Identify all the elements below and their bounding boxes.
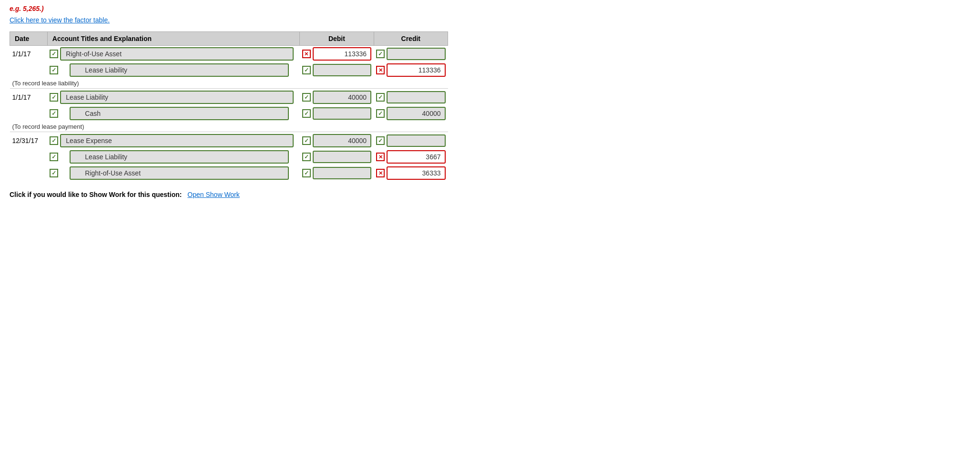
- debit-field[interactable]: [313, 151, 371, 163]
- account-field[interactable]: Lease Liability: [70, 63, 289, 77]
- table-row: 1/1/17Right-of-Use Asset113336: [10, 46, 448, 62]
- credit-field[interactable]: [387, 48, 445, 60]
- debit-cell: [300, 149, 374, 165]
- account-field[interactable]: Lease Expense: [60, 134, 294, 147]
- x-icon: [376, 66, 385, 74]
- table-row: 12/31/17Lease Expense40000: [10, 132, 448, 149]
- credit-cell: 113336: [374, 62, 448, 78]
- account-cell: Right-of-Use Asset: [47, 165, 299, 181]
- note-text: (To record lease payment): [10, 122, 448, 132]
- show-work-label: Click if you would like to Show Work for…: [10, 191, 182, 198]
- check-icon: [302, 109, 311, 118]
- debit-field[interactable]: [313, 64, 371, 76]
- credit-field[interactable]: 113336: [387, 63, 445, 77]
- debit-field[interactable]: 40000: [313, 91, 371, 104]
- check-icon: [302, 136, 311, 145]
- check-icon: [50, 169, 58, 177]
- credit-cell: [374, 46, 448, 62]
- credit-field[interactable]: 3667: [387, 150, 445, 164]
- factor-table-link[interactable]: Click here to view the factor table.: [10, 16, 110, 24]
- table-row: Lease Liability3667: [10, 149, 448, 165]
- date-cell: 1/1/17: [10, 89, 48, 106]
- show-work-section: Click if you would like to Show Work for…: [10, 191, 970, 198]
- header-account: Account Titles and Explanation: [47, 32, 299, 46]
- header-debit: Debit: [300, 32, 374, 46]
- x-icon: [376, 153, 385, 161]
- date-cell: 1/1/17: [10, 46, 48, 62]
- date-cell: [10, 149, 48, 165]
- check-icon: [376, 50, 385, 58]
- credit-field[interactable]: [387, 134, 445, 147]
- debit-field[interactable]: [313, 167, 371, 179]
- journal-table: Date Account Titles and Explanation Debi…: [10, 31, 448, 181]
- note-row: (To record lease payment): [10, 122, 448, 132]
- credit-cell: 36333: [374, 165, 448, 181]
- check-icon: [50, 153, 58, 161]
- debit-cell: [300, 165, 374, 181]
- table-row: Right-of-Use Asset36333: [10, 165, 448, 181]
- check-icon: [50, 136, 58, 145]
- account-field[interactable]: Cash: [70, 107, 289, 120]
- check-icon: [302, 153, 311, 161]
- credit-cell: [374, 132, 448, 149]
- table-row: Cash40000: [10, 105, 448, 122]
- account-cell: Lease Liability: [47, 62, 299, 78]
- check-icon: [50, 109, 58, 118]
- date-cell: [10, 62, 48, 78]
- credit-cell: 40000: [374, 105, 448, 122]
- credit-cell: [374, 89, 448, 106]
- account-cell: Lease Liability: [47, 89, 299, 106]
- debit-field[interactable]: 40000: [313, 134, 371, 147]
- x-icon: [302, 50, 311, 58]
- debit-cell: 40000: [300, 132, 374, 149]
- credit-field[interactable]: 36333: [387, 166, 445, 180]
- check-icon: [50, 50, 58, 58]
- account-cell: Right-of-Use Asset: [47, 46, 299, 62]
- check-icon: [376, 93, 385, 102]
- account-field[interactable]: Right-of-Use Asset: [70, 166, 289, 180]
- account-field[interactable]: Right-of-Use Asset: [60, 47, 294, 61]
- account-cell: Cash: [47, 105, 299, 122]
- check-icon: [376, 136, 385, 145]
- debit-field[interactable]: [313, 107, 371, 120]
- account-field[interactable]: Lease Liability: [60, 91, 294, 104]
- credit-field[interactable]: 40000: [387, 107, 445, 120]
- date-cell: [10, 105, 48, 122]
- check-icon: [376, 109, 385, 118]
- debit-field[interactable]: 113336: [313, 47, 371, 61]
- check-icon: [50, 66, 58, 74]
- account-cell: Lease Expense: [47, 132, 299, 149]
- check-icon: [302, 93, 311, 102]
- note-text: (To record lease liability): [10, 78, 448, 89]
- debit-cell: 113336: [300, 46, 374, 62]
- date-cell: [10, 165, 48, 181]
- show-work-link[interactable]: Open Show Work: [187, 191, 239, 198]
- debit-cell: [300, 105, 374, 122]
- debit-cell: 40000: [300, 89, 374, 106]
- error-text: e.g. 5,265.): [10, 5, 970, 12]
- check-icon: [302, 66, 311, 74]
- x-icon: [376, 169, 385, 177]
- account-cell: Lease Liability: [47, 149, 299, 165]
- date-cell: 12/31/17: [10, 132, 48, 149]
- debit-cell: [300, 62, 374, 78]
- table-row: 1/1/17Lease Liability40000: [10, 89, 448, 106]
- header-date: Date: [10, 32, 48, 46]
- note-row: (To record lease liability): [10, 78, 448, 89]
- table-row: Lease Liability113336: [10, 62, 448, 78]
- header-credit: Credit: [374, 32, 448, 46]
- credit-cell: 3667: [374, 149, 448, 165]
- check-icon: [302, 169, 311, 177]
- credit-field[interactable]: [387, 91, 445, 103]
- check-icon: [50, 93, 58, 102]
- account-field[interactable]: Lease Liability: [70, 150, 289, 164]
